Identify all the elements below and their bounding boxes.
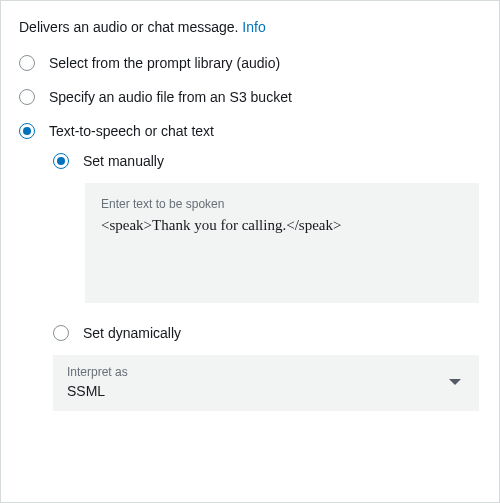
radio-icon	[53, 325, 69, 341]
tts-text-input[interactable]: Enter text to be spoken <speak>Thank you…	[85, 183, 479, 303]
radio-icon	[19, 89, 35, 105]
option-tts[interactable]: Text-to-speech or chat text	[19, 123, 479, 139]
textarea-value: <speak>Thank you for calling.</speak>	[101, 217, 463, 234]
radio-icon	[19, 55, 35, 71]
info-link[interactable]: Info	[242, 19, 265, 35]
radio-icon	[19, 123, 35, 139]
interpret-as-select[interactable]: Interpret as SSML	[53, 355, 479, 411]
tts-suboptions: Set manually Enter text to be spoken <sp…	[53, 153, 479, 411]
option-label: Text-to-speech or chat text	[49, 123, 214, 139]
select-label: Interpret as	[67, 365, 128, 379]
prompt-config-panel: Delivers an audio or chat message. Info …	[0, 0, 500, 503]
radio-icon	[53, 153, 69, 169]
description-text: Delivers an audio or chat message.	[19, 19, 242, 35]
panel-description: Delivers an audio or chat message. Info	[19, 19, 479, 35]
select-value: SSML	[67, 383, 128, 399]
option-label: Select from the prompt library (audio)	[49, 55, 280, 71]
option-set-dynamically[interactable]: Set dynamically	[53, 325, 479, 341]
option-label: Set manually	[83, 153, 164, 169]
option-label: Set dynamically	[83, 325, 181, 341]
option-label: Specify an audio file from an S3 bucket	[49, 89, 292, 105]
textarea-label: Enter text to be spoken	[101, 197, 463, 211]
option-s3-audio[interactable]: Specify an audio file from an S3 bucket	[19, 89, 479, 105]
option-prompt-library[interactable]: Select from the prompt library (audio)	[19, 55, 479, 71]
chevron-down-icon	[449, 379, 461, 385]
select-text: Interpret as SSML	[67, 365, 128, 399]
option-set-manually[interactable]: Set manually	[53, 153, 479, 169]
